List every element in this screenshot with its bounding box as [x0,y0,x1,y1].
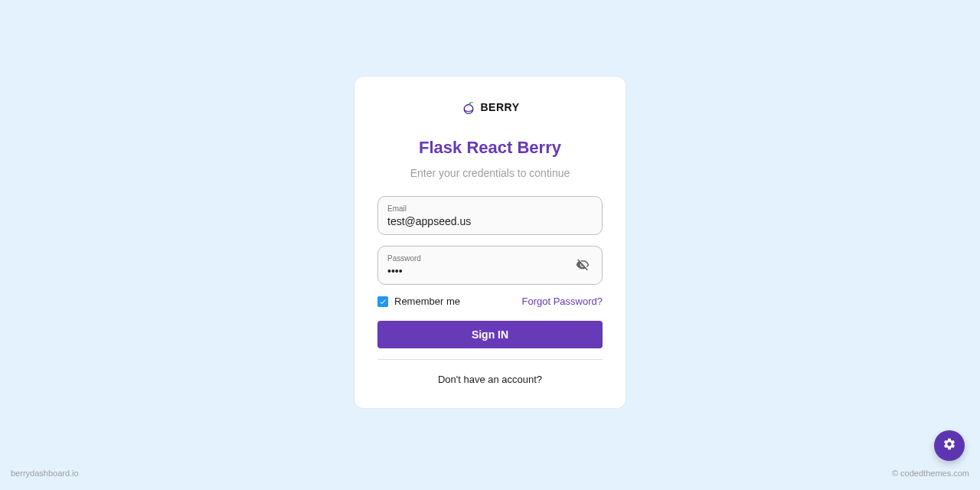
eye-off-icon [576,263,590,274]
forgot-password-link[interactable]: Forgot Password? [522,296,603,307]
password-input-wrapper[interactable]: Password [377,246,603,285]
signup-link[interactable]: Don't have an account? [377,374,603,385]
check-icon [379,298,387,305]
login-card: BERRY Flask React Berry Enter your crede… [354,77,626,408]
email-label: Email [387,204,593,213]
remember-me-label: Remember me [394,296,460,307]
footer-right-link[interactable]: © codedthemes.com [892,469,969,478]
options-row: Remember me Forgot Password? [377,296,603,307]
email-input-wrapper[interactable]: Email [377,196,603,235]
svg-point-0 [464,105,473,114]
sign-in-button[interactable]: Sign IN [377,321,603,348]
brand-name: BERRY [481,101,520,113]
berry-logo-icon [461,100,476,115]
svg-point-1 [469,103,471,105]
password-label: Password [387,254,573,263]
settings-fab[interactable] [934,430,965,461]
divider [377,359,603,360]
toggle-password-visibility-button[interactable] [573,255,593,277]
page-subtitle: Enter your credentials to continue [377,167,603,179]
password-field[interactable] [387,265,573,277]
gear-icon [942,437,956,454]
remember-me-wrapper: Remember me [377,296,460,307]
footer-left-link[interactable]: berrydashboard.io [11,469,79,478]
brand-logo: BERRY [377,100,603,115]
email-field[interactable] [387,215,593,227]
remember-me-checkbox[interactable] [377,296,388,307]
page-title: Flask React Berry [377,138,603,158]
